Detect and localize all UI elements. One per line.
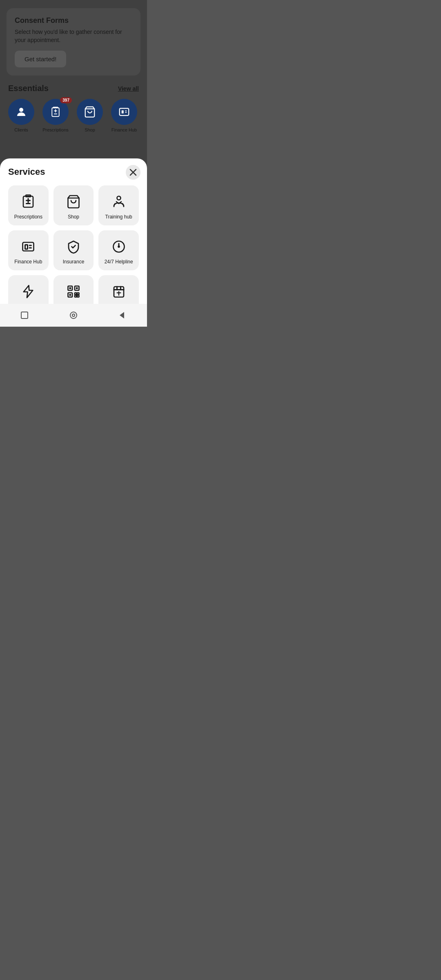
svg-point-44 — [70, 312, 77, 318]
service-label-helpline: 24/7 Helpline — [105, 259, 133, 265]
insurance-icon — [65, 238, 82, 255]
service-label-shop: Shop — [68, 214, 79, 220]
svg-rect-33 — [77, 295, 79, 297]
modal-close-button[interactable] — [126, 165, 140, 180]
service-label-insurance: Insurance — [63, 259, 85, 265]
svg-marker-46 — [120, 312, 124, 318]
service-training-hub[interactable]: Training hub — [98, 185, 139, 225]
sharpbox-icon — [111, 283, 127, 300]
facespay-icon — [65, 283, 82, 300]
svg-rect-43 — [21, 312, 28, 318]
svg-rect-32 — [75, 295, 77, 297]
modal-overlay: Services Prescriptions — [0, 0, 147, 327]
svg-rect-36 — [69, 294, 71, 296]
service-label-finance-hub: Finance Hub — [14, 259, 42, 265]
service-label-prescriptions: Prescriptions — [14, 214, 42, 220]
svg-rect-31 — [77, 293, 79, 295]
nav-square-button[interactable] — [16, 307, 33, 323]
services-grid: Prescriptions Shop — [8, 185, 139, 315]
prescriptions-icon — [20, 194, 36, 210]
svg-rect-30 — [75, 293, 77, 295]
svg-point-19 — [117, 196, 120, 200]
service-prescriptions[interactable]: Prescriptions — [8, 185, 49, 225]
brand-boost-icon — [20, 283, 36, 300]
svg-point-45 — [72, 314, 75, 316]
nav-bar — [0, 304, 147, 327]
modal-title: Services — [8, 167, 139, 177]
finance-hub-icon — [20, 238, 36, 255]
svg-rect-35 — [76, 287, 78, 290]
svg-rect-34 — [69, 287, 71, 290]
service-finance-hub[interactable]: Finance Hub — [8, 230, 49, 270]
shop-icon — [65, 194, 82, 210]
service-shop[interactable]: Shop — [53, 185, 94, 225]
svg-rect-21 — [25, 245, 28, 249]
helpline-icon — [111, 238, 127, 255]
nav-home-button[interactable] — [65, 307, 82, 323]
service-insurance[interactable]: Insurance — [53, 230, 94, 270]
services-modal: Services Prescriptions — [0, 158, 147, 327]
nav-back-button[interactable] — [114, 307, 131, 323]
service-helpline[interactable]: 24/7 Helpline — [98, 230, 139, 270]
training-hub-icon — [111, 194, 127, 210]
service-label-training-hub: Training hub — [105, 214, 132, 220]
